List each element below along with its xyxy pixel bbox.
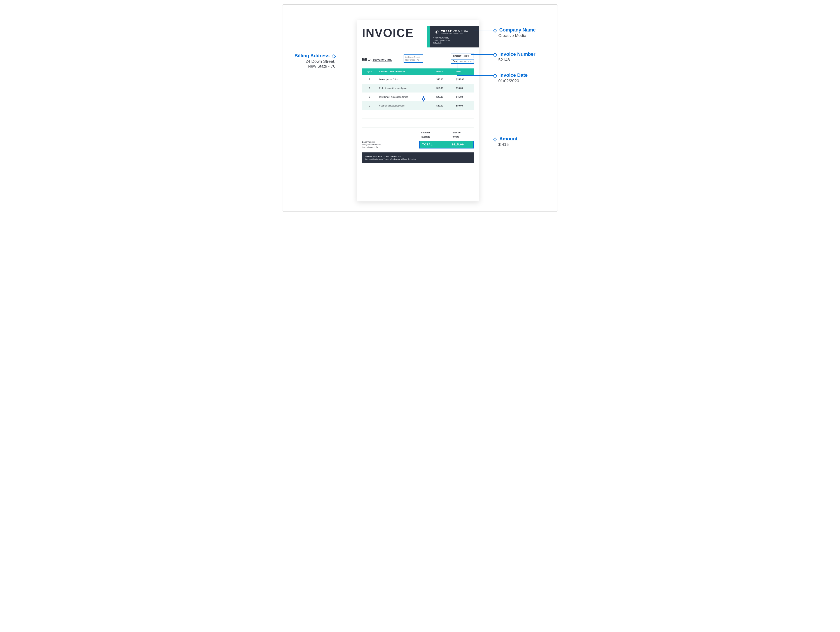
total-highlight: TOTAL $415.00 <box>419 140 474 148</box>
bank-details: Bank Transfer Add your bank details, Lor… <box>362 140 418 148</box>
diamond-icon <box>493 74 497 78</box>
leader-line <box>457 75 494 76</box>
cell-price: $10.00 <box>435 87 454 90</box>
summary-section: Bank Transfer Add your bank details, Lor… <box>362 131 474 148</box>
invoice-number-value: 52148 <box>464 55 469 57</box>
totals: Subtotal $415.00 Tax Rate 0.00% TOTAL $4… <box>419 131 474 148</box>
callout-invoice-number: Invoice Number 52148 <box>494 51 535 62</box>
diamond-icon <box>332 54 336 58</box>
brand-tagline: YOUR COMPANY TAGLINE HERE <box>441 33 468 34</box>
callout-value: 01/02/2020 <box>498 79 527 84</box>
brand-name: CREATIVE MEDIA <box>441 30 468 33</box>
cell-desc: Lorem Ipsum Dolor <box>377 78 435 81</box>
bill-to-address-highlight: 24 Down Street, New State - 76 <box>404 54 423 63</box>
cell-qty: 3 <box>362 96 377 98</box>
diamond-icon <box>493 53 497 57</box>
cell-total: $80.00 <box>454 104 474 107</box>
invoice-number-highlight: Invoice# 52148 <box>451 54 474 58</box>
cell-desc: Pellentesque id neque ligula <box>377 87 435 90</box>
table-row: 1 Pellentesque id neque ligula $10.00 $1… <box>362 84 474 93</box>
invoice-date-label: Date <box>453 60 458 63</box>
footer-terms: Payment is due max 7 days after invoice … <box>365 158 471 161</box>
cell-qty: 1 <box>362 87 377 90</box>
callout-title: Company Name <box>499 27 535 33</box>
col-price: PRICE <box>435 68 454 75</box>
invoice-date-value: 01 / 02 / 2020 <box>459 60 472 63</box>
bill-to-name: Dwyane Clark <box>373 58 392 61</box>
brand-name-strong: CREATIVE <box>441 30 457 33</box>
callout-company-name: Company Name Creative Media <box>494 27 536 38</box>
callout-title: Billing Address <box>294 53 330 58</box>
callout-title: Invoice Date <box>499 72 527 78</box>
callout-amount: Amount $ 415 <box>494 136 518 147</box>
bill-to-block: Bill to: Dwyane Clark 24 Down Street, Ne… <box>362 54 423 63</box>
table-row-empty <box>362 119 474 128</box>
table-row: 5 Lorem Ipsum Dolor $50.00 $250.00 <box>362 75 474 84</box>
tax-value: 0.00% <box>453 136 472 138</box>
invoice-header: INVOICE CREATIVE MEDIA <box>362 26 474 52</box>
cell-price: $40.00 <box>435 104 454 107</box>
brand-accent-bar <box>427 26 430 47</box>
subtotal-label: Subtotal <box>421 131 453 134</box>
tax-label: Tax Rate <box>421 136 453 138</box>
callout-title: Amount <box>499 136 517 142</box>
tax-row: Tax Rate 0.00% <box>419 135 474 139</box>
leader-line <box>474 30 494 30</box>
invoice-number-label: Invoice# <box>453 55 461 57</box>
line-items-table: QTY PRODUCT DESCRIPTION PRICE TOTAL 5 Lo… <box>362 68 474 128</box>
invoice-footer: THANK YOU FOR YOUR BUSINESS Payment is d… <box>362 153 474 163</box>
cell-desc: Vivamus volutpat faucibus <box>377 104 435 107</box>
callout-value: Creative Media <box>498 33 536 38</box>
callout-invoice-date: Invoice Date 01/02/2020 <box>494 72 527 84</box>
leader-line <box>335 56 369 56</box>
invoice-document: INVOICE CREATIVE MEDIA <box>357 20 479 202</box>
table-row: 3 Interdum et malesuada fames $25.00 $75… <box>362 93 474 101</box>
brand-address: A- Unknown Area, Lorem, Ipsum Dolor, 845… <box>433 36 476 44</box>
callout-title: Invoice Number <box>499 51 535 57</box>
brand-name-light: MEDIA <box>458 30 468 33</box>
cell-qty: 5 <box>362 78 377 81</box>
callout-value: $ 415 <box>498 142 518 147</box>
callout-value: 24 Down Street, New State - 76 <box>294 59 335 69</box>
leader-line <box>457 60 458 75</box>
subtotal-row: Subtotal $415.00 <box>419 131 474 135</box>
brand-logo-icon <box>434 30 439 34</box>
total-label: TOTAL <box>422 143 452 146</box>
cell-qty: 2 <box>362 104 377 107</box>
callout-value: 52148 <box>498 58 535 62</box>
leader-line <box>471 54 494 55</box>
invoice-meta: Invoice# 52148 Date 01 / 02 / 2020 <box>451 54 474 65</box>
cell-total: $10.00 <box>454 87 474 90</box>
col-desc: PRODUCT DESCRIPTION <box>377 68 435 75</box>
bill-to-label: Bill to: <box>362 58 372 61</box>
leader-line <box>474 139 494 139</box>
diamond-icon <box>493 28 497 33</box>
cell-desc: Interdum et malesuada fames <box>377 96 435 98</box>
brand-name-highlight: CREATIVE MEDIA YOUR COMPANY TAGLINE HERE <box>433 28 476 35</box>
invoice-date-highlight: Date 01 / 02 / 2020 <box>451 59 474 64</box>
cell-price: $50.00 <box>435 78 454 81</box>
table-body: 5 Lorem Ipsum Dolor $50.00 $250.00 1 Pel… <box>362 75 474 128</box>
brand-panel: CREATIVE MEDIA YOUR COMPANY TAGLINE HERE… <box>430 26 479 47</box>
svg-rect-1 <box>436 31 437 33</box>
bank-line: Lorem ipsum dolor. <box>362 146 418 148</box>
callout-billing-address: Billing Address 24 Down Street, New Stat… <box>294 53 335 69</box>
cell-price: $25.00 <box>435 96 454 98</box>
diagram-frame: INVOICE CREATIVE MEDIA <box>282 5 558 212</box>
table-row: 2 Vivamus volutpat faucibus $40.00 $80.0… <box>362 101 474 110</box>
brand-block: CREATIVE MEDIA YOUR COMPANY TAGLINE HERE… <box>427 26 479 47</box>
subtotal-value: $415.00 <box>453 131 472 134</box>
table-row-empty <box>362 110 474 119</box>
diamond-icon <box>493 137 497 142</box>
bank-line: Add your bank details, <box>362 143 418 146</box>
bank-title: Bank Transfer <box>362 140 418 143</box>
footer-thanks: THANK YOU FOR YOUR BUSINESS <box>365 155 471 158</box>
total-value: $415.00 <box>452 143 471 146</box>
cell-total: $75.00 <box>454 96 474 98</box>
col-qty: QTY <box>362 68 377 75</box>
cell-total: $250.00 <box>454 78 474 81</box>
